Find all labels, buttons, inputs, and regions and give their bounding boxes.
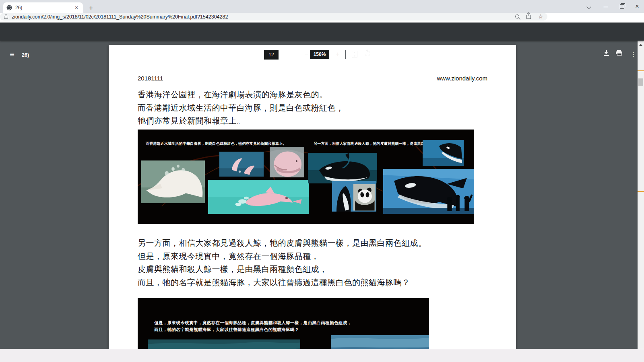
pdf-more-menu-button[interactable]: ⋮ [630,50,637,59]
browser-tab[interactable]: 26) × [3,2,83,13]
toolbar-divider [298,50,298,59]
document-header: 20181111 www.ziondaily.com [109,75,516,82]
zoom-in-button[interactable]: + [333,50,342,59]
page-number-input[interactable] [264,50,279,60]
text-line: 另一方面，相信大家都見過殺人鯨，牠的皮膚與熊貓一樣，是由黑白兩色組成。 [138,237,500,250]
share-icon [526,15,531,19]
tab-close-icon[interactable]: × [73,4,80,11]
zoom-page-button[interactable] [515,14,519,20]
tab-search-chevron-icon[interactable] [583,2,595,11]
tab-title: 26) [15,5,73,10]
text-line: 但是，原來現今現實中，竟然存在一個海豚品種， [138,250,500,263]
pdf-document-title: 26) [22,52,29,58]
zoom-level-value[interactable]: 156% [310,50,329,59]
photo-dark-sea [148,339,300,349]
paragraph-1: 香港海洋公園裡，在海洋劇場表演的海豚是灰色的。 而香港鄰近水域生活的中華白海豚，… [138,88,500,128]
text-line: 而香港鄰近水域生活的中華白海豚，則是白色或粉紅色， [138,101,500,115]
lock-icon [4,16,8,19]
fit-to-page-button[interactable] [352,51,357,58]
window-minimize-button[interactable]: — [600,2,612,11]
windows-taskbar [0,349,644,362]
window-restore-button[interactable] [616,2,628,11]
pdf-toolbar: ≡ 26) / 107 − 156% + ⋮ [0,23,644,41]
pdf-viewport[interactable]: 20181111 www.ziondaily.com 香港海洋公園裡，在海洋劇場… [0,41,644,349]
photo-orca-head-surface [423,140,464,166]
photo-pink-dolphin-turquoise [208,180,309,214]
url-text[interactable]: ziondaily.com/2.0/img_s/2018/11/02c/2018… [12,14,508,20]
slide-image-panda-dolphin: 但是，原來現今現實中，竟然存在一個海豚品種，皮膚與熊貓和殺人鯨一樣，是由黑白兩種… [138,298,429,349]
scrollbar-find-marker [638,70,644,71]
pdf-scrollbar[interactable] [638,41,644,349]
chevron-down-icon [586,4,591,9]
photo-orca-underwater [308,153,377,183]
photo-pink-dolphin-face [270,147,304,177]
browser-addressbar: ← → ↻ ziondaily.com/2.0/img_s/2018/11/02… [0,13,644,23]
scrollbar-find-marker [638,191,644,192]
restore-icon [620,4,624,9]
text-line: 香港海洋公園裡，在海洋劇場表演的海豚是灰色的。 [138,88,500,101]
url-omnibox[interactable]: ziondaily.com/2.0/img_s/2018/11/02c/2018… [0,13,547,21]
slide-image-dolphins-orcas: 而香港鄰近水域生活的中華白海豚，則是白色或粉紅色，牠們亦常見於新聞和報章上。 另… [138,130,474,224]
photo-orca-and-panda [332,181,376,212]
browser-titlebar: 26) × + — × [0,0,644,13]
zoom-out-button[interactable]: − [302,50,311,59]
paragraph-2: 另一方面，相信大家都見過殺人鯨，牠的皮膚與熊貓一樣，是由黑白兩色組成。 但是，原… [138,237,500,289]
text-line: 皮膚與熊貓和殺人鯨一樣，是由黑白兩種顏色組成， [138,263,500,276]
page-total-label: / 107 [280,52,291,58]
collage2-caption-line2: 而且，牠的名字就是熊貓海豚，大家以往曾聽過這種黑白色的熊貓海豚嗎？ [154,327,299,333]
photo-orca-tank-spectators [383,169,474,214]
window-close-button[interactable]: × [631,2,643,11]
site-favicon [6,5,12,10]
bookmark-star-button[interactable]: ☆ [538,13,543,20]
text-line: 而且，牠的名字就是熊貓海豚，大家以往曾聽過這種黑白色的熊貓海豚嗎？ [138,276,500,289]
scrollbar-up-arrow[interactable] [639,44,642,46]
photo-blue-sea [331,335,429,349]
pdf-menu-toggle[interactable]: ≡ [7,50,17,58]
share-button[interactable] [526,14,531,20]
photo-white-dolphin-surfacing [141,160,205,203]
download-button[interactable] [604,50,609,56]
pdf-page: 20181111 www.ziondaily.com 香港海洋公園裡，在海洋劇場… [109,45,516,349]
scrollbar-thumb[interactable] [638,78,643,86]
document-date: 20181111 [138,75,163,82]
magnifier-icon [515,14,519,19]
toolbar-divider [345,50,346,59]
photo-two-pink-dolphins-leaping [219,152,264,177]
collage2-caption-line1: 但是，原來現今現實中，竟然存在一個海豚品種，皮膚與熊貓和殺人鯨一樣，是由黑白兩種… [154,320,352,326]
new-tab-button[interactable]: + [86,3,96,13]
print-button[interactable] [616,50,622,56]
text-line: 牠們亦常見於新聞和報章上。 [138,114,500,128]
document-site: www.ziondaily.com [437,75,487,82]
collage-caption-left: 而香港鄰近水域生活的中華白海豚，則是白色或粉紅色，牠們亦常見於新聞和報章上。 [146,141,287,146]
